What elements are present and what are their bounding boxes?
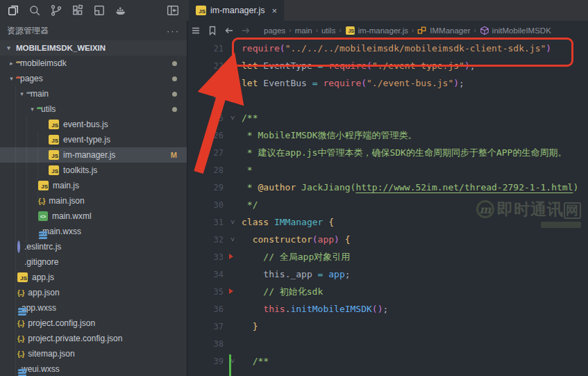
chevron-right-icon: ▸ — [7, 60, 16, 67]
js-file-icon: JS — [38, 181, 49, 190]
code-line-35[interactable]: 35 // 初始化sdk — [187, 283, 588, 300]
line-number: 37 — [187, 322, 224, 332]
tree-item-label: main.wxss — [42, 227, 81, 236]
tree-item-mobileimsdk[interactable]: ▸mobileimsdk — [0, 56, 187, 71]
tree-item-label: .eslintrc.js — [24, 242, 61, 252]
tree-item--gitignore[interactable]: .gitignore — [0, 254, 187, 270]
breadcrumb-item-pages[interactable]: pages — [264, 26, 285, 35]
explorer-more-icon[interactable]: ··· — [167, 26, 180, 36]
code-line-29[interactable]: 29 * @author JackJiang(http://www.52im.n… — [187, 179, 588, 196]
tree-item-toolkits-js[interactable]: JStoolkits.js — [0, 163, 187, 178]
code-line-27[interactable]: 27 * 建议在app.js中管理本类，确保SDK的生命周期同步于整个APP的生… — [187, 144, 588, 161]
code-line-26[interactable]: 26 * MobileIMSDK微信小程序端的管理类。 — [187, 126, 588, 144]
git-added-gutter-bar — [229, 354, 231, 376]
indent-guide — [37, 132, 38, 199]
tree-item-im-manager-js[interactable]: JSim-manager.jsM — [0, 147, 187, 163]
tree-item-main[interactable]: ▾main — [0, 86, 187, 101]
source-control-icon[interactable] — [49, 3, 64, 18]
line-number: 21 — [187, 44, 224, 54]
modified-dot-badge — [172, 76, 177, 81]
tree-item-label: utils — [41, 104, 56, 114]
tree-item-main-json[interactable]: {..}main.json — [0, 193, 187, 209]
code-line-39[interactable]: 39˅ /** — [187, 352, 588, 370]
fold-chevron-icon[interactable]: ˅ — [224, 114, 242, 122]
toggle-sidebar-icon[interactable] — [165, 3, 180, 18]
code-line-32[interactable]: 32˅ constructor(app) { — [187, 231, 588, 248]
line-number: 27 — [187, 148, 224, 158]
breadcrumb-item-immanager[interactable]: IMManager — [417, 26, 470, 35]
breadcrumb-separator: › — [339, 26, 341, 34]
breadcrumb-item-utils[interactable]: utils — [321, 26, 335, 35]
tree-item--eslintrc-js[interactable]: .eslintrc.js — [0, 239, 187, 254]
tree-item-main-wxss[interactable]: main.wxss — [0, 224, 187, 239]
tree-item-app-wxss[interactable]: app.wxss — [0, 300, 187, 316]
box-icon[interactable] — [92, 3, 107, 18]
indent-guide — [15, 86, 16, 376]
bookmark-icon[interactable] — [204, 25, 221, 36]
file-tree: ▸mobileimsdk▾pages▾main▾utilsJSevent-bus… — [0, 56, 187, 376]
fold-chevron-icon[interactable]: ˅ — [224, 236, 242, 243]
code-line-36[interactable]: 36 this.initMobileIMSDK(); — [187, 300, 588, 318]
close-icon[interactable]: × — [272, 6, 278, 16]
code-line-22[interactable]: 22let EventType = require("./event-type.… — [187, 57, 588, 74]
code-text: * @author JackJiang(http://www.52im.net/… — [242, 182, 588, 193]
tab-im-manager[interactable]: JS im-manager.js × — [189, 0, 284, 21]
tree-item-app-json[interactable]: {..}app.json — [0, 285, 187, 300]
code-text: /** — [242, 113, 588, 123]
indent-guide — [26, 117, 27, 260]
line-number: 35 — [187, 287, 224, 297]
eslint-file-icon — [17, 242, 20, 252]
method-icon — [480, 26, 489, 35]
tree-item-event-bus-js[interactable]: JSevent-bus.js — [0, 117, 187, 132]
tree-item-weui-wxss[interactable]: weui.wxss — [0, 361, 187, 376]
tree-item-app-js[interactable]: JSapp.js — [0, 270, 187, 285]
tree-item-event-type-js[interactable]: JSevent-type.js — [0, 132, 187, 147]
breadcrumb-label: initMobileIMSDK — [492, 26, 551, 35]
outline-list-icon[interactable] — [187, 25, 204, 36]
code-line-25[interactable]: 25˅/** — [187, 109, 588, 126]
code-line-30[interactable]: 30 */ — [187, 196, 588, 213]
js-file-icon: JS — [196, 6, 206, 15]
code-line-21[interactable]: 21require("../../../mobileimsdk/mobileim… — [187, 40, 588, 57]
tree-item-sitemap-json[interactable]: {..}sitemap.json — [0, 346, 187, 361]
tree-item-pages[interactable]: ▾pages — [0, 71, 187, 86]
search-icon[interactable] — [27, 3, 42, 18]
code-line-34[interactable]: 34 this._app = app; — [187, 265, 588, 283]
code-line-24[interactable]: 24 — [187, 92, 588, 109]
nav-back-icon[interactable] — [221, 25, 237, 36]
docker-icon[interactable] — [113, 3, 128, 18]
project-root-row[interactable]: ▾ MOBILEIMSDK_WEIXIN — [0, 40, 187, 56]
code-editor[interactable]: 21require("../../../mobileimsdk/mobileim… — [187, 40, 588, 376]
code-line-37[interactable]: 37 } — [187, 318, 588, 335]
tree-item-project-config-json[interactable]: {..}project.config.json — [0, 316, 187, 331]
code-text: */ — [242, 199, 588, 210]
tree-item-main-js[interactable]: JSmain.js — [0, 178, 187, 193]
files-icon[interactable] — [6, 3, 21, 18]
code-text: * 建议在app.js中管理本类，确保SDK的生命周期同步于整个APP的生命周期… — [242, 147, 588, 159]
tree-item-project-private-config-json[interactable]: {..}project.private.config.json — [0, 331, 187, 346]
code-line-33[interactable]: 33 // 全局app对象引用 — [187, 248, 588, 265]
tree-item-label: mobileimsdk — [20, 58, 67, 68]
nav-forward-icon[interactable] — [237, 25, 254, 36]
code-line-31[interactable]: 31˅class IMManager { — [187, 213, 588, 231]
tree-item-label: app.js — [32, 272, 54, 282]
tree-item-label: main.wxml — [52, 211, 92, 221]
fold-chevron-icon[interactable]: ˅ — [224, 357, 242, 365]
extensions-icon[interactable] — [70, 3, 85, 18]
breadcrumb-item-im-manager.js[interactable]: JSim-manager.js — [345, 26, 408, 35]
code-line-23[interactable]: 23let EventBus = require("./event-bus.js… — [187, 74, 588, 92]
red-marker-icon — [229, 288, 233, 294]
code-line-28[interactable]: 28 * — [187, 161, 588, 179]
line-number: 31 — [187, 218, 224, 227]
tree-item-main-wxml[interactable]: <>main.wxml — [0, 209, 187, 224]
fold-chevron-icon[interactable]: ˅ — [224, 218, 242, 226]
wxml-file-icon: <> — [38, 211, 48, 221]
tree-item-utils[interactable]: ▾utils — [0, 101, 187, 117]
js-file-icon: JS — [49, 120, 59, 129]
json-file-icon: {..} — [17, 334, 24, 343]
breadcrumb-item-initmobileimsdk[interactable]: initMobileIMSDK — [480, 26, 551, 35]
code-line-38[interactable]: 38 — [187, 335, 588, 352]
tree-item-label: sitemap.json — [28, 349, 74, 359]
breadcrumb-item-main[interactable]: main — [295, 26, 312, 35]
code-lines: 21require("../../../mobileimsdk/mobileim… — [187, 40, 588, 370]
